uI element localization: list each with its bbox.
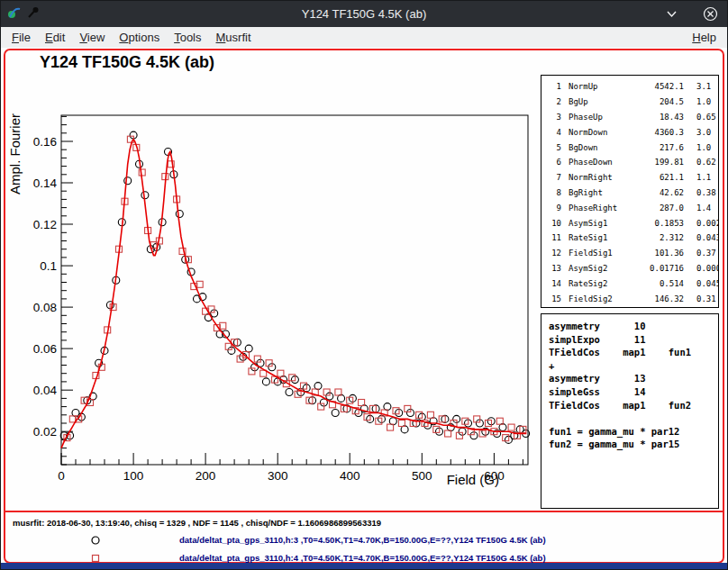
param-row-normright: 7NormRight621.11.1 <box>541 170 718 185</box>
parameter-table: 1NormUp4542.13.12BgUp204.51.03PhaseUp18.… <box>541 75 719 308</box>
svg-text:0.1: 0.1 <box>40 259 57 273</box>
param-row-ratesig2: 14RateSig20.5140.045 <box>541 276 718 291</box>
svg-text:0.08: 0.08 <box>33 301 57 314</box>
theory-block: asymmetry 10 simplExpo 11 TFieldCos map1… <box>541 313 719 509</box>
svg-text:300: 300 <box>268 469 288 483</box>
menu-item-help[interactable]: Help <box>685 28 723 47</box>
param-row-ratesig1: 11RateSig12.3120.043 <box>541 231 718 246</box>
param-row-phasedown: 6PhaseDown199.810.62 <box>541 155 718 170</box>
svg-text:0: 0 <box>58 469 65 483</box>
legend-circle-icon <box>90 535 101 546</box>
fit-status: musrfit: 2018-06-30, 13:19:40, chisq = 1… <box>13 518 381 528</box>
app-window: Y124 TF150G 4.5K (ab) FileEditViewOption… <box>0 0 728 570</box>
titlebar: Y124 TF150G 4.5K (ab) <box>1 1 727 27</box>
menu-item-tools[interactable]: Tools <box>167 28 208 47</box>
theory-text: asymmetry 10 simplExpo 11 TFieldCos map1… <box>549 320 718 451</box>
param-row-normup: 1NormUp4542.13.1 <box>541 79 718 95</box>
svg-text:0.06: 0.06 <box>33 342 57 356</box>
legend-label: data/deltat_pta_gps_3110,h:4 ,T0=4.50K,T… <box>179 553 546 563</box>
menubar: FileEditViewOptionsToolsMusrfit Help <box>1 27 727 48</box>
param-row-fieldsig2: 15FieldSig2146.320.31 <box>541 291 718 306</box>
param-row-bgdown: 5BgDown217.61.0 <box>541 140 718 155</box>
svg-text:200: 200 <box>196 469 216 483</box>
plot-frame <box>61 115 528 465</box>
param-row-phaseright: 9PhaseRight287.01.4 <box>541 200 718 215</box>
param-row-normdown: 4NormDown4360.33.0 <box>541 124 718 140</box>
close-button[interactable] <box>703 6 718 22</box>
menu-item-file[interactable]: File <box>5 28 38 47</box>
canvas-frame: Y124 TF150G 4.5K (ab) 010020030040050060… <box>4 49 724 564</box>
x-axis-title: Field (G) <box>447 472 499 487</box>
plot-title: Y124 TF150G 4.5K (ab) <box>40 53 214 72</box>
minimize-button[interactable] <box>666 8 678 20</box>
bottom-strip <box>1 563 727 569</box>
series-square-markers <box>64 136 526 440</box>
menu-item-musrfit[interactable]: Musrfit <box>209 28 259 47</box>
svg-text:400: 400 <box>340 469 360 483</box>
param-row-asymsig2: 13AsymSig20.017160.00098 <box>541 261 718 276</box>
status-divider <box>5 511 723 512</box>
legend-label: data/deltat_pta_gps_3110,h:3 ,T0=4.50K,T… <box>179 535 546 545</box>
fit-line <box>61 140 526 448</box>
svg-text:0.04: 0.04 <box>33 384 58 397</box>
menu-item-view[interactable]: View <box>72 28 112 47</box>
window-title: Y124 TF150G 4.5K (ab) <box>1 1 727 27</box>
svg-text:0.14: 0.14 <box>33 176 58 190</box>
axis-ticks: 01002003004005006000.020.040.060.080.10.… <box>33 116 523 483</box>
menu-item-edit[interactable]: Edit <box>38 28 72 47</box>
svg-text:0.12: 0.12 <box>33 218 57 231</box>
fourier-plot[interactable]: 01002003004005006000.020.040.060.080.10.… <box>7 74 541 511</box>
param-row-bgup: 2BgUp204.51.0 <box>541 95 718 110</box>
param-row-asymsig1: 10AsymSig10.18530.0028 <box>541 215 718 231</box>
svg-text:0.02: 0.02 <box>33 425 57 439</box>
svg-text:100: 100 <box>123 469 144 483</box>
svg-text:500: 500 <box>412 469 432 483</box>
param-row-fieldsig1: 12FieldSig1101.360.37 <box>541 246 718 261</box>
y-axis-title: Ampl. Fourier <box>7 113 23 195</box>
svg-text:0.16: 0.16 <box>33 135 57 149</box>
param-row-bgright: 8BgRight42.620.38 <box>541 185 718 201</box>
menu-item-options[interactable]: Options <box>112 28 167 47</box>
legend-row-1: data/deltat_pta_gps_3110,h:3 ,T0=4.50K,T… <box>5 534 723 547</box>
workspace: Y124 TF150G 4.5K (ab) 010020030040050060… <box>1 48 727 565</box>
param-row-phaseup: 3PhaseUp18.430.65 <box>541 110 718 125</box>
